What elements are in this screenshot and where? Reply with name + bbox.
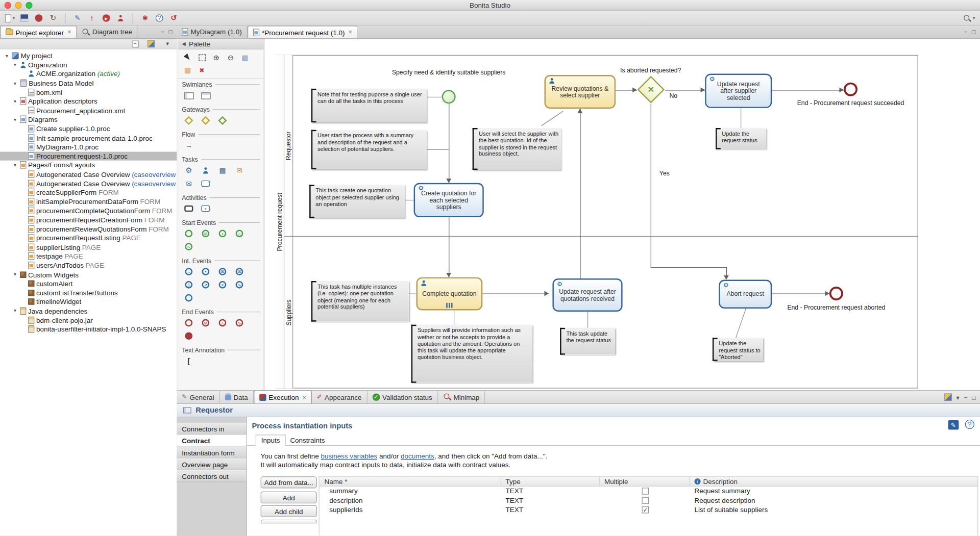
help-button[interactable]: ? (153, 12, 165, 24)
tree-item-procurementrequestcreationform[interactable]: procurementRequestCreationForm FORM (0, 215, 177, 224)
minimize-panel-icon[interactable]: − (964, 394, 967, 400)
palette-gateway-and[interactable] (201, 116, 211, 126)
tree-item-custom-widgets[interactable]: ▾Custom Widgets (0, 270, 177, 279)
tab-data[interactable]: Data (219, 390, 253, 403)
tree-item-procurement-application-xml[interactable]: Procurement_application.xml (0, 106, 177, 115)
tree-item-business-data-model[interactable]: ▾Business Data Model (0, 79, 177, 88)
tree-item-autogenerated-case-overview[interactable]: Autogenerated Case Overview (caseovervie… (0, 179, 177, 188)
tab-validation-status[interactable]: ✓Validation status (368, 390, 438, 403)
refresh-button[interactable]: ↻ (47, 12, 59, 24)
palette-section-label[interactable]: Gateways (182, 106, 209, 113)
palette-start-message[interactable]: ✉ (201, 228, 211, 239)
tree-item-customalert[interactable]: customAlert (0, 279, 177, 288)
annotation-multi-instance[interactable]: This task has multiple instances (i.e. c… (311, 281, 409, 322)
table-row-summary[interactable]: summaryTEXTRequest summary (320, 487, 977, 496)
link-editor-button[interactable] (145, 37, 157, 49)
maximize-view-icon[interactable]: □ (169, 29, 173, 35)
flow-start-to-create[interactable] (449, 104, 449, 183)
expand-arrow-icon[interactable]: ▾ (12, 117, 18, 122)
palette-tool-marquee[interactable] (197, 53, 207, 63)
annotation-create-quotation[interactable]: This task create one quotation object pe… (309, 185, 405, 218)
palette-catch-link[interactable]: → (184, 267, 194, 277)
nav-overview-page[interactable]: Overview page (177, 458, 247, 470)
column-header-description[interactable]: Description (703, 478, 738, 486)
start-event[interactable] (442, 90, 456, 104)
tree-item-pages-forms-layouts[interactable]: ▾Pages/Forms/Layouts (0, 161, 177, 170)
palette-section-label[interactable]: Flow (182, 131, 195, 138)
palette-start-timer[interactable]: • (217, 228, 228, 239)
flow-abort-to-end[interactable] (772, 294, 829, 294)
palette-collapse-icon[interactable]: ◀ (182, 41, 186, 46)
palette-subprocess[interactable]: + (201, 203, 211, 214)
task-update-request-after-supplier-selected[interactable]: ⚙ Update request after supplier selected (705, 73, 772, 108)
help-icon[interactable]: ? (965, 420, 974, 429)
expand-arrow-icon[interactable]: ▾ (12, 308, 18, 314)
close-icon[interactable]: × (303, 394, 306, 400)
tab-procurement-request-1-0[interactable]: *Procurement request (1.0)× (248, 25, 358, 38)
tab-diagram-tree[interactable]: Diagram tree (77, 25, 137, 38)
palette-start-error[interactable]: ∿ (184, 242, 194, 252)
palette-section-label[interactable]: Swimlanes (182, 81, 212, 88)
ui-designer-button[interactable]: ↺ (167, 12, 180, 24)
palette-text-annotation[interactable]: [ (184, 356, 194, 366)
palette-tool-align[interactable]: ▥ (240, 53, 250, 63)
palette-section-label[interactable]: Int. Events (182, 257, 211, 264)
palette-end-message[interactable]: ✉ (201, 318, 211, 328)
end-event-succeeded[interactable] (844, 83, 857, 96)
lane-suppliers[interactable]: Suppliers (284, 236, 293, 389)
palette-section-label[interactable]: End Events (182, 309, 214, 315)
column-header-multiple[interactable]: Multiple (604, 478, 628, 486)
gateway-is-aborted-requested[interactable]: × (637, 75, 665, 104)
annotation-select-supplier[interactable]: User will select the supplier with the b… (473, 128, 561, 170)
task-review-quotations[interactable]: Review quotations & select supplier (545, 75, 616, 109)
palette-intermediate-event[interactable] (184, 293, 194, 303)
partial-button[interactable] (261, 520, 317, 524)
minimize-view-icon[interactable]: − (161, 29, 164, 35)
tree-item-procurementcompletequotationform[interactable]: procurementCompleteQuotationForm FORM (0, 206, 177, 215)
documents-link[interactable]: documents (401, 452, 434, 460)
tree-item-application-descriptors[interactable]: ▾Application descriptors (0, 97, 177, 106)
maximize-panel-icon[interactable]: □ (972, 394, 975, 400)
flow-gateway-yes-3[interactable] (726, 267, 727, 276)
task-abort-request[interactable]: ⚙ Abort request (719, 280, 772, 309)
column-header-type[interactable]: Type (506, 478, 521, 486)
subtab-constraints[interactable]: Constraints (286, 435, 330, 446)
tab-mydiagram-1-0[interactable]: MyDiagram (1.0) (177, 25, 248, 38)
palette-sequence-flow[interactable]: → (184, 141, 194, 151)
end-event-aborted[interactable] (829, 287, 843, 300)
palette-tool-zoom-in[interactable]: ⊕ (211, 53, 222, 63)
palette-human-task[interactable] (201, 165, 211, 175)
flow-update-to-review[interactable] (580, 109, 580, 278)
save-button[interactable] (18, 12, 31, 24)
tree-item-init-sample-procurement-data-1-0-proc[interactable]: Init sample procurement data-1.0.proc (0, 133, 177, 142)
tree-item-customlisttransferbuttons[interactable]: customListTransferButtons (0, 288, 177, 297)
palette-catch-signal[interactable]: △ (184, 280, 194, 290)
tab-minimap[interactable]: Minimap (438, 390, 485, 403)
collapse-all-button[interactable]: − (129, 37, 141, 49)
palette-start-signal[interactable]: △ (234, 228, 244, 239)
palette-call-activity[interactable] (184, 203, 194, 214)
run-button[interactable]: ▶ (100, 12, 112, 24)
tree-item-procurement-request-1-0-proc[interactable]: Procurement request-1.0.proc (0, 151, 177, 161)
add-button[interactable]: Add (261, 492, 317, 503)
palette-tool-select[interactable] (183, 53, 193, 63)
palette-intermediate-timer[interactable]: • (201, 267, 211, 277)
open-button[interactable] (33, 12, 45, 24)
tree-item-testpage[interactable]: testpage PAGE (0, 252, 177, 261)
tree-item-autogenerated-case-overview[interactable]: Autogenerated Case Overview (caseovervie… (0, 170, 177, 179)
flow-gateway-yes-2[interactable] (651, 267, 726, 268)
palette-section-label[interactable]: Start Events (182, 219, 216, 226)
flow-complete-to-update[interactable] (482, 294, 549, 294)
expand-arrow-icon[interactable]: ▾ (12, 272, 18, 277)
palette-section-label[interactable]: Text Annotation (182, 347, 225, 353)
subtab-inputs[interactable]: Inputs (256, 435, 286, 446)
palette-start-event[interactable] (184, 228, 194, 239)
palette-pool-vertical[interactable] (201, 91, 211, 101)
nav-instantiation-form[interactable]: Instantiation form (177, 447, 247, 458)
palette-service-task[interactable]: ⚙ (184, 165, 194, 175)
diagram-canvas[interactable]: Procurement request Requestor Suppliers (264, 39, 980, 390)
tree-item-usersandtodos[interactable]: usersAndTodos PAGE (0, 261, 177, 270)
expand-arrow-icon[interactable]: ▾ (12, 98, 18, 104)
lane-requestor[interactable]: Requestor (284, 55, 293, 236)
tree-item-initsampleprocurementdataform[interactable]: initSampleProcurementDataForm FORM (0, 197, 177, 206)
